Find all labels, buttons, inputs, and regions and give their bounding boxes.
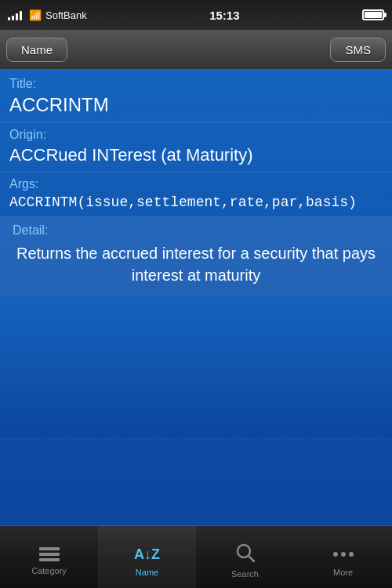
signal-bars [8, 9, 22, 20]
dot-1 [333, 552, 338, 557]
args-label: Args: [9, 177, 383, 191]
tab-search-label: Search [231, 569, 259, 579]
svg-line-1 [249, 556, 254, 561]
navigation-bar: Name SMS [0, 30, 392, 69]
signal-bar-1 [8, 17, 10, 20]
detail-label: Detail: [13, 223, 379, 238]
dot-3 [349, 552, 354, 557]
origin-value: ACCRued INTerest (at Maturity) [9, 143, 383, 167]
tab-more-label: More [333, 568, 353, 577]
battery-level [365, 12, 382, 18]
signal-bar-3 [16, 13, 18, 20]
args-value: ACCRINTM(issue,settlement,rate,par,basis… [9, 193, 383, 212]
more-icon [333, 543, 354, 565]
origin-section: Origin: ACCRued INTerest (at Maturity) [0, 123, 392, 172]
tab-name-label: Name [136, 568, 158, 577]
battery-indicator [362, 9, 384, 20]
cat-line-3 [39, 558, 60, 561]
origin-label: Origin: [9, 128, 383, 142]
az-text: A↓Z [134, 547, 160, 561]
status-bar: 📶 SoftBank 15:13 [0, 0, 392, 30]
tab-more[interactable]: More [294, 526, 392, 588]
detail-value: Returns the accrued interest for a secur… [13, 242, 379, 286]
tab-category[interactable]: Category [0, 526, 98, 588]
tab-category-label: Category [31, 566, 67, 575]
status-left: 📶 SoftBank [8, 9, 87, 21]
title-label: Title: [9, 77, 383, 91]
title-section: Title: ACCRINTM [0, 69, 392, 122]
dot-2 [341, 552, 346, 557]
status-time: 15:13 [209, 9, 239, 22]
tab-bar: Category A↓Z Name Search More [0, 525, 392, 588]
tab-search[interactable]: Search [196, 526, 294, 588]
wifi-icon: 📶 [29, 9, 42, 21]
title-value: ACCRINTM [9, 93, 383, 118]
empty-space [0, 296, 392, 437]
cat-line-1 [39, 547, 60, 550]
search-icon [234, 542, 256, 567]
main-content: Title: ACCRINTM Origin: ACCRued INTerest… [0, 69, 392, 525]
carrier-label: SoftBank [45, 9, 87, 21]
detail-section: Detail: Returns the accrued interest for… [0, 217, 392, 296]
az-icon: A↓Z [134, 543, 160, 565]
args-section: Args: ACCRINTM(issue,settlement,rate,par… [0, 172, 392, 216]
signal-bar-2 [12, 16, 14, 20]
sms-button[interactable]: SMS [330, 38, 386, 62]
back-button[interactable]: Name [6, 38, 67, 62]
category-icon [39, 545, 60, 564]
signal-bar-4 [20, 11, 22, 20]
tab-name[interactable]: A↓Z Name [98, 526, 196, 588]
cat-line-2 [39, 553, 60, 556]
